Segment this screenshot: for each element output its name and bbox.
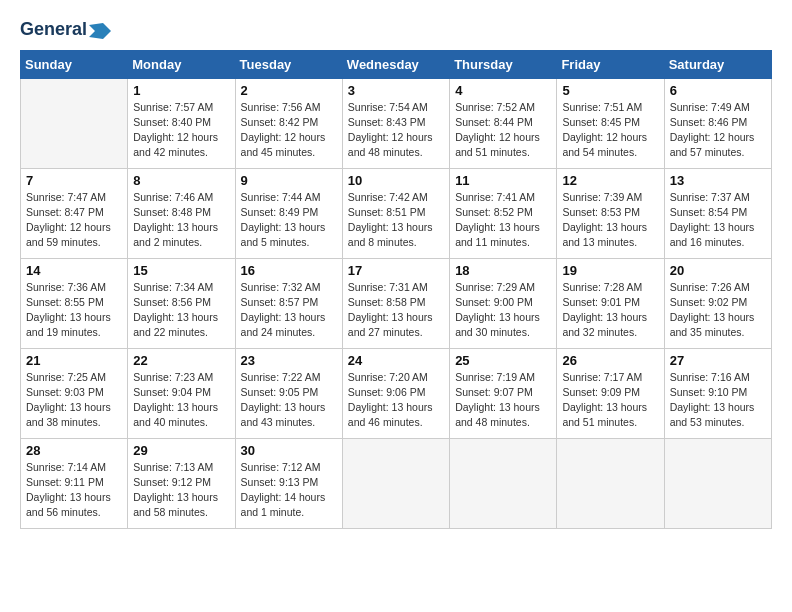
calendar-day-cell: 10Sunrise: 7:42 AMSunset: 8:51 PMDayligh… [342,168,449,258]
day-info: Sunrise: 7:26 AMSunset: 9:02 PMDaylight:… [670,280,766,341]
calendar-day-cell [664,438,771,528]
day-number: 16 [241,263,337,278]
day-info: Sunrise: 7:14 AMSunset: 9:11 PMDaylight:… [26,460,122,521]
svg-marker-0 [89,23,111,39]
calendar-day-cell: 29Sunrise: 7:13 AMSunset: 9:12 PMDayligh… [128,438,235,528]
day-info: Sunrise: 7:57 AMSunset: 8:40 PMDaylight:… [133,100,229,161]
calendar-day-cell: 8Sunrise: 7:46 AMSunset: 8:48 PMDaylight… [128,168,235,258]
calendar-day-cell: 26Sunrise: 7:17 AMSunset: 9:09 PMDayligh… [557,348,664,438]
calendar-day-cell: 5Sunrise: 7:51 AMSunset: 8:45 PMDaylight… [557,78,664,168]
day-number: 29 [133,443,229,458]
day-number: 27 [670,353,766,368]
day-info: Sunrise: 7:22 AMSunset: 9:05 PMDaylight:… [241,370,337,431]
day-info: Sunrise: 7:29 AMSunset: 9:00 PMDaylight:… [455,280,551,341]
calendar-week-row: 7Sunrise: 7:47 AMSunset: 8:47 PMDaylight… [21,168,772,258]
calendar-week-row: 21Sunrise: 7:25 AMSunset: 9:03 PMDayligh… [21,348,772,438]
day-number: 20 [670,263,766,278]
day-number: 19 [562,263,658,278]
day-number: 21 [26,353,122,368]
day-number: 23 [241,353,337,368]
day-number: 25 [455,353,551,368]
day-info: Sunrise: 7:54 AMSunset: 8:43 PMDaylight:… [348,100,444,161]
day-info: Sunrise: 7:41 AMSunset: 8:52 PMDaylight:… [455,190,551,251]
calendar-week-row: 28Sunrise: 7:14 AMSunset: 9:11 PMDayligh… [21,438,772,528]
day-info: Sunrise: 7:34 AMSunset: 8:56 PMDaylight:… [133,280,229,341]
page-header: General [20,20,772,40]
day-of-week-header: Sunday [21,50,128,78]
calendar-day-cell: 27Sunrise: 7:16 AMSunset: 9:10 PMDayligh… [664,348,771,438]
day-info: Sunrise: 7:19 AMSunset: 9:07 PMDaylight:… [455,370,551,431]
day-number: 2 [241,83,337,98]
day-of-week-header: Friday [557,50,664,78]
day-info: Sunrise: 7:25 AMSunset: 9:03 PMDaylight:… [26,370,122,431]
day-info: Sunrise: 7:37 AMSunset: 8:54 PMDaylight:… [670,190,766,251]
calendar-day-cell: 6Sunrise: 7:49 AMSunset: 8:46 PMDaylight… [664,78,771,168]
day-of-week-header: Thursday [450,50,557,78]
day-info: Sunrise: 7:46 AMSunset: 8:48 PMDaylight:… [133,190,229,251]
calendar-table: SundayMondayTuesdayWednesdayThursdayFrid… [20,50,772,529]
calendar-day-cell: 23Sunrise: 7:22 AMSunset: 9:05 PMDayligh… [235,348,342,438]
calendar-day-cell: 11Sunrise: 7:41 AMSunset: 8:52 PMDayligh… [450,168,557,258]
day-info: Sunrise: 7:16 AMSunset: 9:10 PMDaylight:… [670,370,766,431]
day-number: 17 [348,263,444,278]
calendar-day-cell: 19Sunrise: 7:28 AMSunset: 9:01 PMDayligh… [557,258,664,348]
day-number: 6 [670,83,766,98]
calendar-week-row: 14Sunrise: 7:36 AMSunset: 8:55 PMDayligh… [21,258,772,348]
day-info: Sunrise: 7:51 AMSunset: 8:45 PMDaylight:… [562,100,658,161]
day-number: 3 [348,83,444,98]
day-info: Sunrise: 7:23 AMSunset: 9:04 PMDaylight:… [133,370,229,431]
day-info: Sunrise: 7:20 AMSunset: 9:06 PMDaylight:… [348,370,444,431]
calendar-day-cell [450,438,557,528]
day-info: Sunrise: 7:39 AMSunset: 8:53 PMDaylight:… [562,190,658,251]
calendar-day-cell: 9Sunrise: 7:44 AMSunset: 8:49 PMDaylight… [235,168,342,258]
day-info: Sunrise: 7:52 AMSunset: 8:44 PMDaylight:… [455,100,551,161]
day-number: 7 [26,173,122,188]
calendar-day-cell: 4Sunrise: 7:52 AMSunset: 8:44 PMDaylight… [450,78,557,168]
calendar-day-cell: 20Sunrise: 7:26 AMSunset: 9:02 PMDayligh… [664,258,771,348]
day-number: 10 [348,173,444,188]
day-number: 1 [133,83,229,98]
calendar-day-cell: 15Sunrise: 7:34 AMSunset: 8:56 PMDayligh… [128,258,235,348]
day-info: Sunrise: 7:32 AMSunset: 8:57 PMDaylight:… [241,280,337,341]
day-number: 9 [241,173,337,188]
day-number: 11 [455,173,551,188]
calendar-week-row: 1Sunrise: 7:57 AMSunset: 8:40 PMDaylight… [21,78,772,168]
day-of-week-header: Saturday [664,50,771,78]
day-info: Sunrise: 7:49 AMSunset: 8:46 PMDaylight:… [670,100,766,161]
day-of-week-header: Wednesday [342,50,449,78]
calendar-day-cell: 3Sunrise: 7:54 AMSunset: 8:43 PMDaylight… [342,78,449,168]
calendar-day-cell: 30Sunrise: 7:12 AMSunset: 9:13 PMDayligh… [235,438,342,528]
day-info: Sunrise: 7:28 AMSunset: 9:01 PMDaylight:… [562,280,658,341]
day-number: 30 [241,443,337,458]
day-info: Sunrise: 7:36 AMSunset: 8:55 PMDaylight:… [26,280,122,341]
calendar-body: 1Sunrise: 7:57 AMSunset: 8:40 PMDaylight… [21,78,772,528]
calendar-day-cell: 28Sunrise: 7:14 AMSunset: 9:11 PMDayligh… [21,438,128,528]
calendar-day-cell: 2Sunrise: 7:56 AMSunset: 8:42 PMDaylight… [235,78,342,168]
calendar-day-cell [342,438,449,528]
day-number: 24 [348,353,444,368]
day-of-week-header: Tuesday [235,50,342,78]
calendar-day-cell: 22Sunrise: 7:23 AMSunset: 9:04 PMDayligh… [128,348,235,438]
day-number: 28 [26,443,122,458]
logo-bird-icon [89,23,111,39]
day-number: 5 [562,83,658,98]
calendar-day-cell: 12Sunrise: 7:39 AMSunset: 8:53 PMDayligh… [557,168,664,258]
day-info: Sunrise: 7:42 AMSunset: 8:51 PMDaylight:… [348,190,444,251]
day-number: 18 [455,263,551,278]
calendar-day-cell: 13Sunrise: 7:37 AMSunset: 8:54 PMDayligh… [664,168,771,258]
logo-text-general: General [20,20,87,40]
calendar-day-cell: 1Sunrise: 7:57 AMSunset: 8:40 PMDaylight… [128,78,235,168]
logo: General [20,20,111,40]
calendar-day-cell: 21Sunrise: 7:25 AMSunset: 9:03 PMDayligh… [21,348,128,438]
day-number: 12 [562,173,658,188]
day-info: Sunrise: 7:56 AMSunset: 8:42 PMDaylight:… [241,100,337,161]
day-info: Sunrise: 7:13 AMSunset: 9:12 PMDaylight:… [133,460,229,521]
calendar-day-cell: 24Sunrise: 7:20 AMSunset: 9:06 PMDayligh… [342,348,449,438]
calendar-day-cell: 14Sunrise: 7:36 AMSunset: 8:55 PMDayligh… [21,258,128,348]
calendar-day-cell [21,78,128,168]
day-number: 22 [133,353,229,368]
day-number: 13 [670,173,766,188]
day-info: Sunrise: 7:17 AMSunset: 9:09 PMDaylight:… [562,370,658,431]
day-number: 14 [26,263,122,278]
calendar-day-cell: 18Sunrise: 7:29 AMSunset: 9:00 PMDayligh… [450,258,557,348]
